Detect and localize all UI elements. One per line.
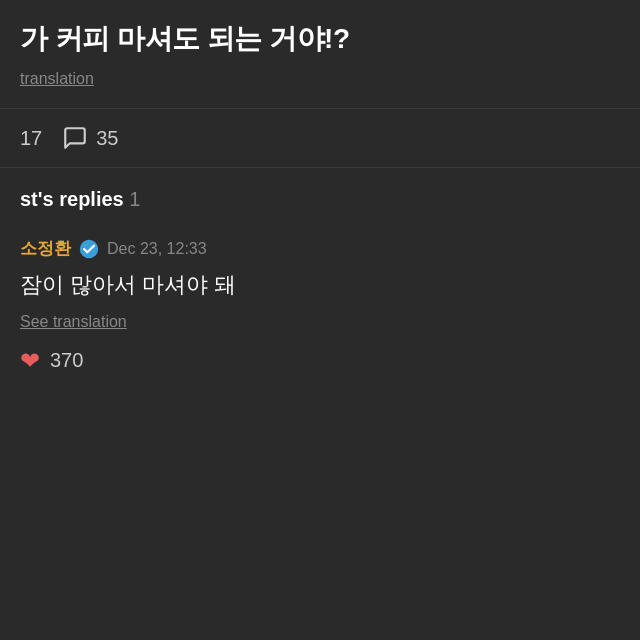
reply-likes: ❤ 370 xyxy=(20,347,620,375)
replies-title-text: st's replies xyxy=(20,188,124,210)
heart-icon: ❤ xyxy=(20,347,40,375)
translation-link[interactable]: translation xyxy=(20,70,94,88)
likes-stat: 17 xyxy=(20,127,42,150)
replies-count: 1 xyxy=(129,188,140,210)
reply-likes-count: 370 xyxy=(50,349,83,372)
verified-badge-icon xyxy=(79,239,99,259)
top-section: 가 커피 마셔도 되는 거야!? translation xyxy=(0,0,640,109)
comments-count: 35 xyxy=(96,127,118,150)
reply-timestamp: Dec 23, 12:33 xyxy=(107,240,207,258)
reply-item: 소정환 Dec 23, 12:33 잠이 많아서 마셔야 돼 See trans… xyxy=(0,221,640,391)
stats-row: 17 35 xyxy=(0,109,640,168)
reply-meta: 소정환 Dec 23, 12:33 xyxy=(20,237,620,260)
svg-point-0 xyxy=(80,239,98,257)
reply-content: 잠이 많아서 마셔야 돼 xyxy=(20,270,620,301)
comments-stat: 35 xyxy=(62,125,118,151)
see-translation-link[interactable]: See translation xyxy=(20,313,127,331)
replies-title: st's replies 1 xyxy=(20,188,140,210)
likes-count: 17 xyxy=(20,127,42,150)
post-title: 가 커피 마셔도 되는 거야!? xyxy=(20,20,620,58)
reply-username[interactable]: 소정환 xyxy=(20,237,71,260)
replies-header: st's replies 1 xyxy=(0,168,640,221)
main-container: 가 커피 마셔도 되는 거야!? translation 17 35 st's … xyxy=(0,0,640,640)
comment-icon xyxy=(62,125,88,151)
